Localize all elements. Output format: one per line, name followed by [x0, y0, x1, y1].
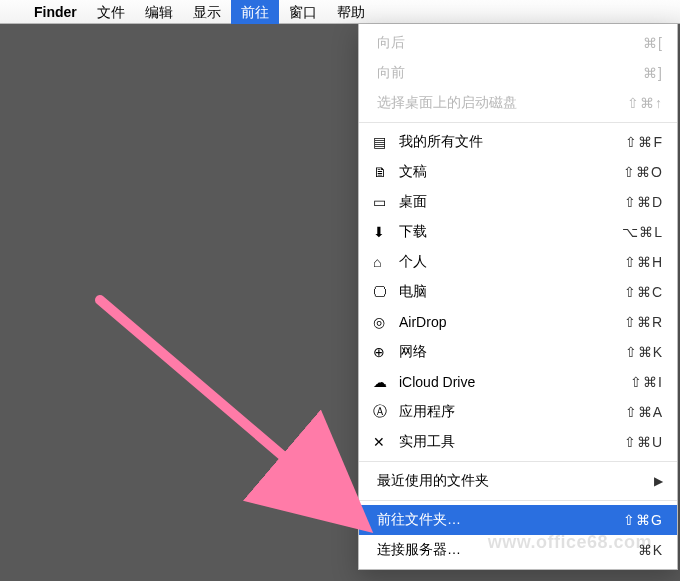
menuitem-icloud[interactable]: ☁ iCloud Drive ⇧⌘I [359, 367, 677, 397]
shortcut: ⌘[ [643, 35, 663, 51]
shortcut: ⇧⌘F [625, 134, 663, 150]
menuitem-label: 电脑 [395, 283, 624, 301]
menuitem-forward: 向前 ⌘] [359, 58, 677, 88]
menu-window[interactable]: 窗口 [279, 0, 327, 24]
menuitem-label: 文稿 [395, 163, 623, 181]
shortcut: ⇧⌘G [623, 512, 663, 528]
menuitem-label: 前往文件夹… [373, 511, 623, 529]
menuitem-label: 实用工具 [395, 433, 624, 451]
app-name[interactable]: Finder [24, 4, 87, 20]
separator [359, 122, 677, 123]
menuitem-label: 向前 [373, 64, 643, 82]
shortcut: ⌥⌘L [622, 224, 663, 240]
menuitem-network[interactable]: ⊕ 网络 ⇧⌘K [359, 337, 677, 367]
shortcut: ⇧⌘K [625, 344, 663, 360]
menuitem-label: 我的所有文件 [395, 133, 625, 151]
menuitem-downloads[interactable]: ⬇ 下载 ⌥⌘L [359, 217, 677, 247]
shortcut: ⇧⌘O [623, 164, 663, 180]
menuitem-label: 向后 [373, 34, 643, 52]
shortcut: ⇧⌘R [624, 314, 663, 330]
shortcut: ⇧⌘H [624, 254, 663, 270]
shortcut: ⇧⌘C [624, 284, 663, 300]
menuitem-label: 最近使用的文件夹 [373, 472, 654, 490]
network-icon: ⊕ [373, 344, 395, 360]
computer-icon: 🖵 [373, 284, 395, 300]
shortcut: ⇧⌘I [630, 374, 663, 390]
chevron-right-icon: ▶ [654, 474, 663, 488]
menu-go[interactable]: 前往 [231, 0, 279, 24]
home-icon: ⌂ [373, 254, 395, 270]
allfiles-icon: ▤ [373, 134, 395, 150]
shortcut: ⇧⌘U [624, 434, 663, 450]
menuitem-computer[interactable]: 🖵 电脑 ⇧⌘C [359, 277, 677, 307]
menuitem-label: 桌面 [395, 193, 624, 211]
airdrop-icon: ◎ [373, 314, 395, 330]
menuitem-allfiles[interactable]: ▤ 我的所有文件 ⇧⌘F [359, 127, 677, 157]
menu-view[interactable]: 显示 [183, 0, 231, 24]
menuitem-label: 个人 [395, 253, 624, 271]
menuitem-label: 连接服务器… [373, 541, 638, 559]
menu-edit[interactable]: 编辑 [135, 0, 183, 24]
desktop-icon: ▭ [373, 194, 395, 210]
menuitem-label: 下载 [395, 223, 622, 241]
shortcut: ⌘] [643, 65, 663, 81]
menuitem-utilities[interactable]: ✕ 实用工具 ⇧⌘U [359, 427, 677, 457]
separator [359, 461, 677, 462]
utilities-icon: ✕ [373, 434, 395, 450]
menuitem-label: 选择桌面上的启动磁盘 [373, 94, 627, 112]
menuitem-airdrop[interactable]: ◎ AirDrop ⇧⌘R [359, 307, 677, 337]
documents-icon: 🗎 [373, 164, 395, 180]
menuitem-label: AirDrop [395, 314, 624, 330]
shortcut: ⌘K [638, 542, 663, 558]
menuitem-label: iCloud Drive [395, 374, 630, 390]
go-menu-dropdown: 向后 ⌘[ 向前 ⌘] 选择桌面上的启动磁盘 ⇧⌘↑ ▤ 我的所有文件 ⇧⌘F … [358, 24, 678, 570]
menu-help[interactable]: 帮助 [327, 0, 375, 24]
applications-icon: Ⓐ [373, 403, 395, 421]
menubar: Finder 文件 编辑 显示 前往 窗口 帮助 [0, 0, 680, 24]
menuitem-applications[interactable]: Ⓐ 应用程序 ⇧⌘A [359, 397, 677, 427]
menuitem-home[interactable]: ⌂ 个人 ⇧⌘H [359, 247, 677, 277]
shortcut: ⇧⌘↑ [627, 95, 663, 111]
shortcut: ⇧⌘A [625, 404, 663, 420]
menuitem-label: 应用程序 [395, 403, 625, 421]
menuitem-gotofolder[interactable]: 前往文件夹… ⇧⌘G [359, 505, 677, 535]
menuitem-label: 网络 [395, 343, 625, 361]
menuitem-connectserver[interactable]: 连接服务器… ⌘K [359, 535, 677, 565]
menuitem-recentfolders[interactable]: 最近使用的文件夹 ▶ [359, 466, 677, 496]
downloads-icon: ⬇ [373, 224, 395, 240]
icloud-icon: ☁ [373, 374, 395, 390]
menu-file[interactable]: 文件 [87, 0, 135, 24]
menuitem-documents[interactable]: 🗎 文稿 ⇧⌘O [359, 157, 677, 187]
menuitem-startupdisk: 选择桌面上的启动磁盘 ⇧⌘↑ [359, 88, 677, 118]
menuitem-back: 向后 ⌘[ [359, 28, 677, 58]
separator [359, 500, 677, 501]
shortcut: ⇧⌘D [624, 194, 663, 210]
menuitem-desktop[interactable]: ▭ 桌面 ⇧⌘D [359, 187, 677, 217]
